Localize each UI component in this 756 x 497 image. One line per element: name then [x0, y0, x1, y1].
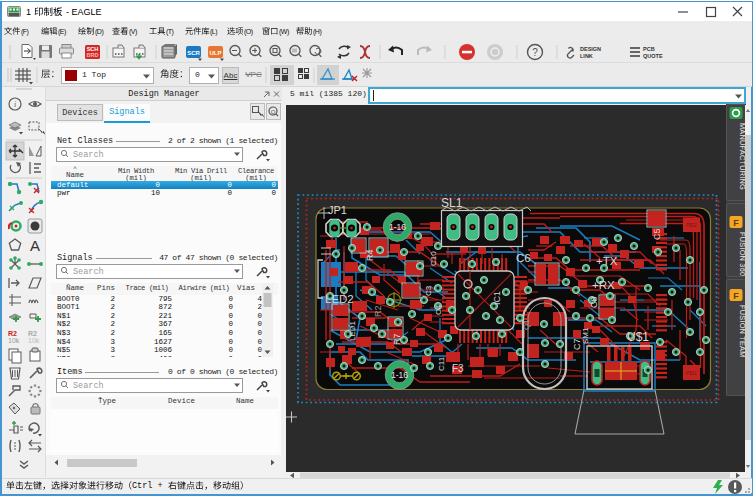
- svg-text:P$32: P$32: [686, 223, 697, 228]
- svg-text:F: F: [733, 291, 739, 301]
- svg-text:R2: R2: [373, 305, 383, 317]
- svg-text:IC1: IC1: [492, 291, 502, 305]
- svg-text:1-16: 1-16: [391, 370, 408, 380]
- svg-text:F3: F3: [452, 363, 464, 374]
- svg-text:BRD: BRD: [87, 52, 99, 58]
- svg-text:Q1: Q1: [522, 319, 531, 330]
- svg-text:R7: R7: [392, 333, 402, 345]
- svg-text:ULP: ULP: [210, 50, 222, 56]
- svg-text:C6: C6: [516, 252, 531, 264]
- svg-text:10k: 10k: [28, 337, 40, 344]
- svg-text:10k: 10k: [8, 337, 20, 344]
- svg-text:P$31: P$31: [686, 371, 697, 376]
- svg-text:QUOTE: QUOTE: [643, 53, 663, 59]
- svg-text:F: F: [733, 218, 739, 228]
- svg-text:JP1: JP1: [328, 204, 347, 216]
- svg-text:U$1: U$1: [627, 330, 649, 344]
- svg-text:1-16: 1-16: [389, 222, 406, 232]
- svg-text:LED1: LED1: [348, 320, 357, 341]
- svg-text:SM1: SM1: [581, 327, 590, 344]
- svg-text:LED2: LED2: [325, 293, 354, 305]
- svg-text:DESIGN: DESIGN: [580, 46, 601, 52]
- svg-text:C3: C3: [424, 285, 433, 296]
- svg-text:PCB: PCB: [643, 46, 655, 52]
- svg-text:C10: C10: [429, 251, 438, 266]
- svg-text:C8: C8: [589, 296, 599, 308]
- svg-text:LINK: LINK: [580, 53, 593, 59]
- svg-text:+TX: +TX: [596, 255, 618, 267]
- svg-text:R4: R4: [365, 249, 375, 261]
- svg-text:Q: Q: [271, 109, 276, 115]
- svg-text:C5: C5: [652, 228, 662, 240]
- svg-text:+RX: +RX: [592, 279, 615, 291]
- svg-text:A: A: [30, 237, 40, 254]
- svg-text:C4: C4: [434, 304, 443, 315]
- svg-text:SL1: SL1: [441, 196, 463, 210]
- svg-text:i: i: [14, 100, 16, 109]
- svg-text:?: ?: [532, 47, 538, 58]
- svg-text:SCR: SCR: [187, 50, 200, 56]
- svg-text:C11: C11: [437, 356, 446, 371]
